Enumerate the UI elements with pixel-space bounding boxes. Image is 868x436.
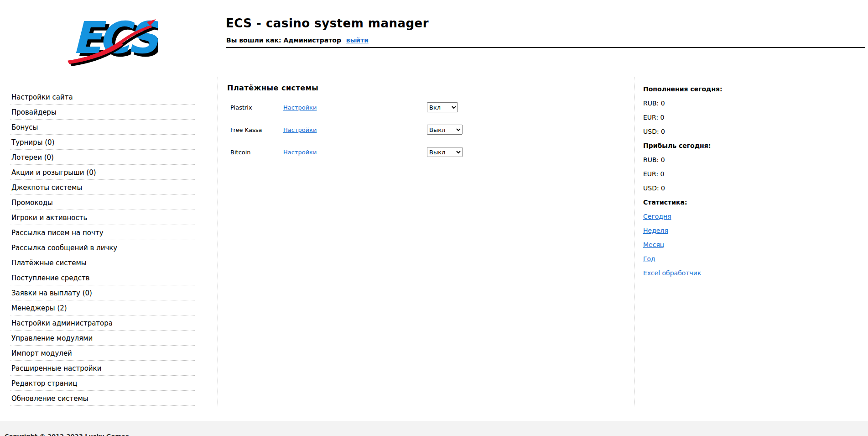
payment-name: Bitcoin: [230, 149, 251, 156]
sidebar-item-email-mailing[interactable]: Рассылка писем на почту: [10, 225, 195, 240]
payment-name: Free Kassa: [230, 126, 262, 133]
sidebar-item-module-management[interactable]: Управление модулями: [10, 331, 195, 346]
stat-link-year[interactable]: Год: [643, 255, 655, 263]
header-divider: [226, 47, 865, 48]
page-title: ECS - casino system manager: [226, 16, 429, 30]
sidebar-item-page-editor[interactable]: Редактор страниц: [10, 376, 195, 391]
deposit-eur: EUR: 0: [643, 113, 757, 121]
login-status-text: Вы вошли как: Администратор: [226, 37, 341, 44]
main-stats-divider: [634, 77, 634, 406]
payment-state-select[interactable]: Вкл Выкл: [427, 147, 463, 157]
payment-settings-link[interactable]: Настройки: [283, 149, 317, 156]
sidebar-item-players-activity[interactable]: Игроки и активность: [10, 210, 195, 225]
logout-link[interactable]: выйти: [346, 37, 369, 44]
deposits-title: Пополнения сегодня:: [643, 85, 757, 93]
sidebar-item-site-settings[interactable]: Настройки сайта: [10, 89, 195, 105]
statistics-title: Статистика:: [643, 198, 757, 206]
sidebar-item-payout-requests[interactable]: Заявки на выплату (0): [10, 285, 195, 300]
ecs-logo[interactable]: ECS ECS: [62, 5, 158, 69]
payment-row: Piastrix Настройки Вкл Выкл: [227, 102, 619, 112]
stat-link-excel[interactable]: Excel обработчик: [643, 269, 701, 277]
payment-row: Bitcoin Настройки Вкл Выкл: [227, 147, 619, 157]
payment-systems-panel: Платёжные системы Piastrix Настройки Вкл…: [227, 84, 619, 169]
sidebar-item-incoming-funds[interactable]: Поступление средств: [10, 270, 195, 285]
sidebar-item-jackpots[interactable]: Джекпоты системы: [10, 180, 195, 195]
svg-text:ECS: ECS: [72, 12, 158, 63]
sidebar-item-lotteries[interactable]: Лотереи (0): [10, 150, 195, 165]
payment-name: Piastrix: [230, 104, 252, 111]
sidebar-item-payment-systems[interactable]: Платёжные системы: [10, 255, 195, 270]
sidebar-item-bonuses[interactable]: Бонусы: [10, 120, 195, 135]
profit-title: Прибыль сегодня:: [643, 142, 757, 150]
sidebar-main-divider: [218, 77, 218, 406]
stat-link-today[interactable]: Сегодня: [643, 213, 671, 220]
stat-link-month[interactable]: Месяц: [643, 241, 664, 248]
stat-link-week[interactable]: Неделя: [643, 227, 668, 234]
sidebar-item-promotions[interactable]: Акции и розыгрыши (0): [10, 165, 195, 180]
payment-settings-link[interactable]: Настройки: [283, 104, 317, 111]
payment-state-select[interactable]: Вкл Выкл: [427, 102, 458, 112]
deposit-rub: RUB: 0: [643, 99, 757, 107]
copyright-text: Copyright © 2012-2023 Lucky Games: [5, 433, 129, 436]
footer: Copyright © 2012-2023 Lucky Games: [0, 421, 868, 436]
sidebar-item-promocodes[interactable]: Промокоды: [10, 195, 195, 210]
sidebar: Настройки сайта Провайдеры Бонусы Турнир…: [10, 89, 195, 406]
sidebar-item-advanced-settings[interactable]: Расширенные настройки: [10, 361, 195, 376]
sidebar-item-providers[interactable]: Провайдеры: [10, 105, 195, 120]
sidebar-item-pm-mailing[interactable]: Рассылка сообщений в личку: [10, 240, 195, 255]
profit-rub: RUB: 0: [643, 156, 757, 164]
sidebar-item-module-import[interactable]: Импорт модулей: [10, 346, 195, 361]
stats-panel: Пополнения сегодня: RUB: 0 EUR: 0 USD: 0…: [643, 85, 757, 283]
sidebar-item-tournaments[interactable]: Турниры (0): [10, 135, 195, 150]
profit-eur: EUR: 0: [643, 170, 757, 178]
login-status: Вы вошли как: Администратор выйти: [226, 37, 369, 44]
sidebar-item-system-update[interactable]: Обновление системы: [10, 391, 195, 406]
deposit-usd: USD: 0: [643, 127, 757, 136]
payment-settings-link[interactable]: Настройки: [283, 126, 317, 133]
admin-page: ECS ECS ECS - casino system manager Вы в…: [0, 0, 868, 436]
payment-row: Free Kassa Настройки Вкл Выкл: [227, 125, 619, 135]
panel-title: Платёжные системы: [227, 84, 619, 92]
profit-usd: USD: 0: [643, 184, 757, 192]
payment-state-select[interactable]: Вкл Выкл: [427, 125, 463, 135]
sidebar-item-managers[interactable]: Менеджеры (2): [10, 300, 195, 315]
sidebar-item-admin-settings[interactable]: Настройки администратора: [10, 315, 195, 331]
